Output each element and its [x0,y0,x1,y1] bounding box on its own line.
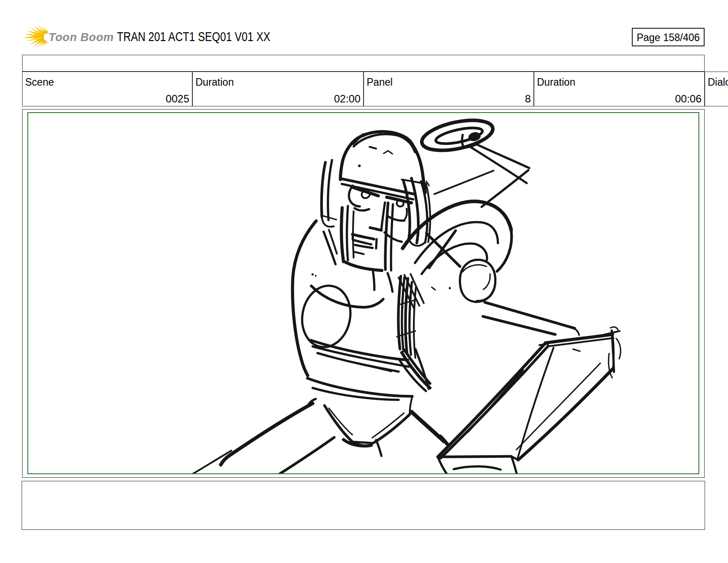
svg-text:Toon Boom: Toon Boom [49,30,114,44]
